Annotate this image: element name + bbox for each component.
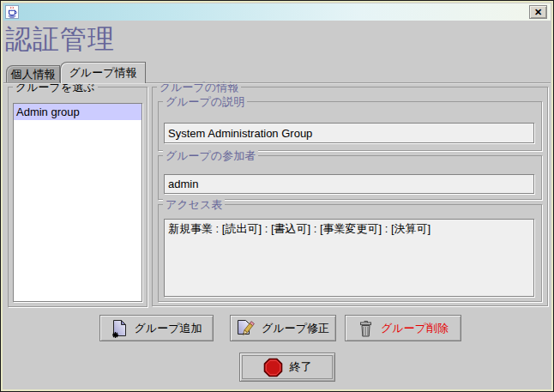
group-members-input[interactable] xyxy=(164,174,534,194)
tab-group-info[interactable]: グループ情報 xyxy=(60,62,146,83)
group-list-item[interactable]: Admin group xyxy=(14,104,142,120)
modify-group-label: グループ修正 xyxy=(262,321,329,336)
modify-group-button[interactable]: グループ修正 xyxy=(230,315,336,341)
group-description-section: グループの説明 xyxy=(158,101,542,151)
page-title: 認証管理 xyxy=(5,21,115,57)
title-bar[interactable]: ✕ xyxy=(3,3,551,21)
access-table-title: アクセス表 xyxy=(163,198,225,211)
access-table-textarea[interactable]: 新規事業 : [読出可] : [書込可] : [事業変更可] : [決算可] xyxy=(164,219,534,297)
java-cup-icon xyxy=(5,5,19,19)
close-button[interactable]: ✕ xyxy=(529,5,547,19)
group-description-title: グループの説明 xyxy=(163,95,247,108)
exit-button[interactable]: 終了 xyxy=(239,353,335,382)
group-info-panel: グループの情報 グループの説明 グループの参加者 アクセス表 新規事業 : [読… xyxy=(152,87,548,306)
group-select-panel: グループを選ぶ Admin group xyxy=(8,87,148,307)
tab-personal-info[interactable]: 個人情報 xyxy=(6,65,60,82)
trash-icon xyxy=(358,319,374,338)
stop-sign-icon xyxy=(263,358,283,377)
new-document-icon xyxy=(111,319,128,338)
edit-document-icon xyxy=(237,319,255,338)
group-list[interactable]: Admin group xyxy=(13,103,142,302)
add-group-label: グループ追加 xyxy=(135,321,202,336)
access-table-section: アクセス表 新規事業 : [読出可] : [書込可] : [事業変更可] : [… xyxy=(158,204,542,302)
app-window: ✕ 認証管理 個人情報 グループ情報 グループを選ぶ Admin group グ… xyxy=(0,0,554,392)
add-group-button[interactable]: グループ追加 xyxy=(99,315,214,341)
group-members-title: グループの参加者 xyxy=(163,149,258,162)
delete-group-button[interactable]: グループ削除 xyxy=(345,315,461,341)
group-description-input[interactable] xyxy=(164,123,534,143)
group-members-section: グループの参加者 xyxy=(158,155,542,200)
exit-label: 終了 xyxy=(290,359,312,375)
delete-group-label: グループ削除 xyxy=(381,321,449,336)
